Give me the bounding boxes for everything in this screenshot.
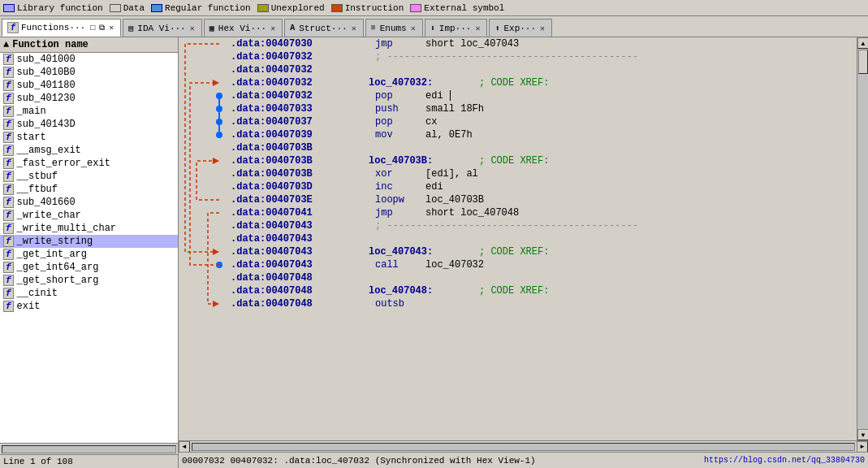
function-f-icon: f — [3, 275, 14, 286]
function-f-icon: f — [3, 301, 14, 312]
asm-addr: .data:0040703B — [231, 167, 369, 180]
scroll-thumb[interactable] — [858, 50, 868, 74]
functions-col-title: Function name — [12, 39, 89, 50]
tab-ida-view[interactable]: ▤ IDA Vi··· ✕ — [123, 19, 201, 37]
asm-mnem: jmp — [369, 206, 425, 219]
scrollbar-v[interactable]: ▲ ▼ — [857, 37, 868, 440]
asm-addr: .data:00407043 — [231, 258, 369, 271]
asm-mnem: xor — [369, 167, 425, 180]
legend-unexplored: Unexplored — [257, 3, 325, 13]
function-item[interactable]: fstart — [0, 131, 178, 144]
function-item[interactable]: f_fast_error_exit — [0, 157, 178, 170]
legend-regular-label: Regular function — [165, 3, 251, 13]
function-item[interactable]: f_get_int64_arg — [0, 261, 178, 274]
function-item[interactable]: fexit — [0, 300, 178, 313]
asm-line: .data:00407048loc_407048:; CODE XREF: — [227, 284, 853, 297]
tab-enums[interactable]: ≡ Enums ✕ — [365, 19, 423, 37]
asm-mnem: mov — [369, 128, 425, 141]
function-name-label: _get_int64_arg — [17, 262, 99, 273]
asm-addr: .data:00407030 — [231, 37, 369, 50]
function-item[interactable]: f_write_char — [0, 209, 178, 222]
asm-ops: [edi], al — [425, 167, 478, 180]
function-item[interactable]: f__cinit — [0, 287, 178, 300]
exports-tab-icon: ⬆ — [494, 24, 499, 33]
asm-viewport[interactable]: .data:00407030jmpshort loc_407043.data:0… — [179, 37, 857, 440]
function-item[interactable]: fsub_4010B0 — [0, 66, 178, 79]
function-f-icon: f — [3, 80, 14, 91]
function-item[interactable]: f_get_int_arg — [0, 248, 178, 261]
scroll-up-btn[interactable]: ▲ — [857, 37, 868, 49]
function-item[interactable]: f_main — [0, 105, 178, 118]
function-name-label: _get_short_arg — [17, 275, 99, 286]
imports-tab-icon: ⬇ — [430, 24, 435, 33]
struct-tab-icon: A — [290, 24, 295, 32]
scroll-up-arrow[interactable]: ▲ — [3, 39, 9, 50]
function-item[interactable]: f_write_multi_char — [0, 222, 178, 235]
tab-functions[interactable]: f Functions··· □ ⧉ ✕ — [2, 19, 121, 37]
function-name-label: start — [17, 132, 46, 143]
scrollbar-track-h[interactable] — [2, 445, 176, 453]
function-item[interactable]: f_get_short_arg — [0, 274, 178, 287]
function-item[interactable]: f__stbuf — [0, 170, 178, 183]
tab-hex-view[interactable]: ▦ Hex Vi··· ✕ — [204, 19, 283, 37]
tab-functions-min[interactable]: □ — [90, 24, 95, 32]
tab-struct-close[interactable]: ✕ — [350, 24, 358, 33]
svg-point-5 — [216, 262, 222, 268]
function-name-label: _write_multi_char — [17, 223, 116, 234]
function-f-icon: f — [3, 197, 14, 208]
asm-line: .data:00407033pushsmall 18Fh — [227, 102, 853, 115]
tab-enums-close[interactable]: ✕ — [409, 24, 417, 33]
function-item[interactable]: fsub_40143D — [0, 118, 178, 131]
function-item[interactable]: f__amsg_exit — [0, 144, 178, 157]
function-item[interactable]: f__ftbuf — [0, 183, 178, 196]
legend-external: External symbol — [410, 3, 504, 13]
asm-line: .data:0040703Eloopwloc_40703B — [227, 193, 853, 206]
functions-scrollbar-h[interactable] — [0, 443, 178, 454]
h-scroll-track[interactable] — [192, 443, 855, 451]
asm-addr: .data:00407032 — [231, 76, 369, 89]
legend-library-box — [3, 4, 15, 12]
asm-addr: .data:00407039 — [231, 128, 369, 141]
asm-line: .data:00407048outsb — [227, 297, 853, 310]
tab-functions-float[interactable]: ⧉ — [99, 24, 105, 32]
tab-ida-close[interactable]: ✕ — [188, 24, 196, 33]
function-item[interactable]: fsub_401230 — [0, 92, 178, 105]
status-url: https://blog.csdn.net/qq_33804730 — [704, 456, 865, 465]
tab-imports-close[interactable]: ✕ — [473, 24, 482, 33]
tab-hex-close[interactable]: ✕ — [269, 24, 277, 33]
asm-separator: ; --------------------------------------… — [369, 50, 638, 63]
function-f-icon: f — [3, 132, 14, 143]
svg-point-3 — [216, 119, 222, 125]
tab-exports-close[interactable]: ✕ — [538, 24, 546, 33]
ida-panel-content: .data:00407030jmpshort loc_407043.data:0… — [179, 37, 868, 440]
functions-list[interactable]: fsub_401000fsub_4010B0fsub_401180fsub_40… — [0, 53, 178, 443]
asm-line: .data:00407037popcx — [227, 115, 853, 128]
function-item[interactable]: fsub_401000 — [0, 53, 178, 66]
tab-imports[interactable]: ⬇ Imp··· ✕ — [425, 19, 488, 37]
asm-addr: .data:00407043 — [231, 232, 369, 245]
function-name-label: __stbuf — [17, 171, 58, 182]
tab-functions-close[interactable]: ✕ — [107, 23, 115, 32]
asm-line: .data:00407043 — [227, 232, 853, 245]
asm-addr: .data:00407032 — [231, 63, 369, 76]
svg-point-2 — [216, 106, 222, 112]
function-item[interactable]: f_write_string — [0, 235, 178, 248]
scroll-down-btn[interactable]: ▼ — [857, 429, 868, 440]
scrollbar-h-bottom[interactable]: ◄ ► — [179, 440, 868, 452]
tab-struct[interactable]: A Struct··· ✕ — [284, 19, 363, 37]
h-scroll-left-btn[interactable]: ◄ — [179, 441, 190, 453]
function-item[interactable]: fsub_401660 — [0, 196, 178, 209]
asm-mnem: loopw — [369, 193, 425, 206]
line-count-text: Line 1 of 108 — [3, 457, 73, 466]
asm-line: .data:00407032; ------------------------… — [227, 50, 853, 63]
asm-addr: .data:00407033 — [231, 102, 369, 115]
function-item[interactable]: fsub_401180 — [0, 79, 178, 92]
scroll-track[interactable] — [857, 49, 868, 429]
legend-unexplored-box — [257, 4, 269, 12]
svg-marker-7 — [213, 80, 219, 86]
tab-exports[interactable]: ⬆ Exp··· ✕ — [489, 19, 552, 37]
h-scroll-right-btn[interactable]: ► — [857, 441, 868, 453]
function-f-icon: f — [3, 223, 14, 234]
asm-line: .data:00407043; ------------------------… — [227, 219, 853, 232]
tab-enums-label: Enums — [380, 24, 407, 33]
